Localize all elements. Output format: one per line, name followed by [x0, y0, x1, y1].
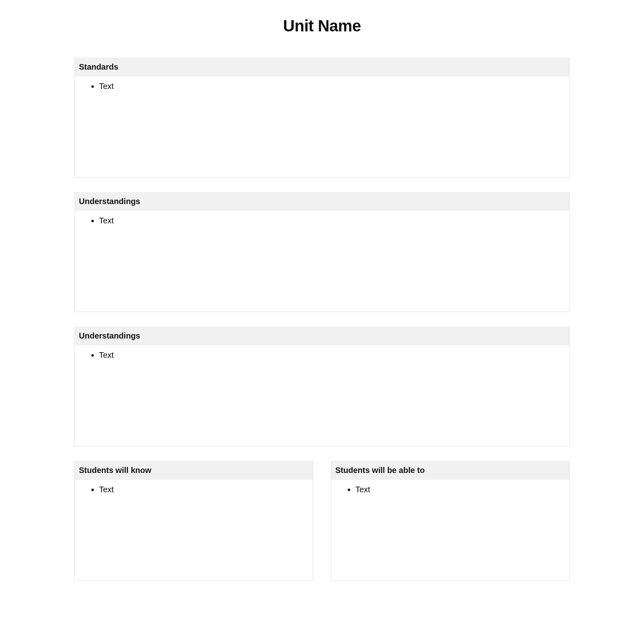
list-item: Text — [99, 349, 564, 361]
section-body: Text — [75, 480, 313, 580]
list-item: Text — [355, 484, 564, 495]
list-item: Text — [99, 484, 307, 495]
section-header: Understandings — [75, 326, 569, 345]
list-item: Text — [99, 80, 564, 92]
section-body: Text — [75, 211, 569, 312]
list-item: Text — [99, 215, 564, 226]
section-students-able: Students will be able to Text — [331, 461, 570, 581]
section-header: Standards — [75, 58, 569, 76]
section-students-know: Students will know Text — [74, 461, 313, 581]
section-understandings-2: Understandings Text — [74, 326, 570, 446]
section-standards: Standards Text — [74, 58, 570, 178]
section-header: Understandings — [75, 192, 569, 211]
section-understandings-1: Understandings Text — [74, 192, 570, 312]
section-body: Text — [331, 480, 569, 580]
section-header: Students will be able to — [331, 461, 569, 480]
section-header: Students will know — [75, 461, 313, 480]
section-body: Text — [75, 345, 569, 446]
section-body: Text — [75, 76, 569, 177]
page-title: Unit Name — [74, 17, 570, 35]
